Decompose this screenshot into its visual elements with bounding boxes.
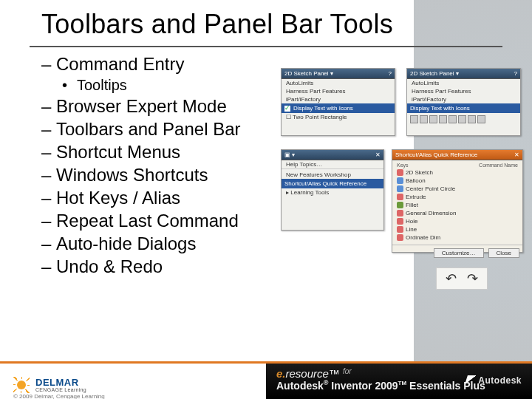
bullet-undo-redo: –Undo & Redo [41, 256, 532, 277]
bullet-toolbars-panel: –Toolbars and Panel Bar [41, 119, 532, 140]
footer: DELMAR CENGAGE Learning © 2009 Delmar, C… [0, 358, 532, 399]
bullet-windows-shortcuts: –Windows Shortcuts [41, 165, 532, 185]
footer-right: e.resource™for Autodesk® Inventor 2009TM… [266, 364, 532, 399]
bullet-tooltips: •Tooltips [62, 77, 532, 94]
brand-cengage: CENGAGE Learning [35, 387, 86, 392]
footer-left: DELMAR CENGAGE Learning [13, 377, 86, 393]
copyright: © 2009 Delmar, Cengage Learning [13, 393, 105, 399]
title-bar: Toolbars and Panel Bar Tools [0, 0, 532, 44]
bullet-hotkeys: –Hot Keys / Alias [41, 188, 532, 208]
autodesk-logo: Autodesk [466, 375, 522, 386]
delmar-sun-icon [13, 377, 30, 393]
bullet-browser-expert: –Browser Expert Mode [41, 96, 532, 117]
slide: Toolbars and Panel Bar Tools –Command En… [0, 0, 532, 399]
bullet-autohide: –Auto-hide Dialogs [41, 233, 532, 254]
delmar-logo: DELMAR CENGAGE Learning [35, 378, 86, 392]
bullet-shortcut-menus: –Shortcut Menus [41, 142, 532, 163]
bullet-repeat-last: –Repeat Last Command [41, 211, 532, 231]
slide-title: Toolbars and Panel Bar Tools [41, 9, 502, 40]
bullet-command-entry: –Command Entry [41, 54, 532, 75]
bullet-list: –Command Entry •Tooltips –Browser Expert… [0, 47, 532, 277]
brand-delmar: DELMAR [35, 378, 86, 387]
